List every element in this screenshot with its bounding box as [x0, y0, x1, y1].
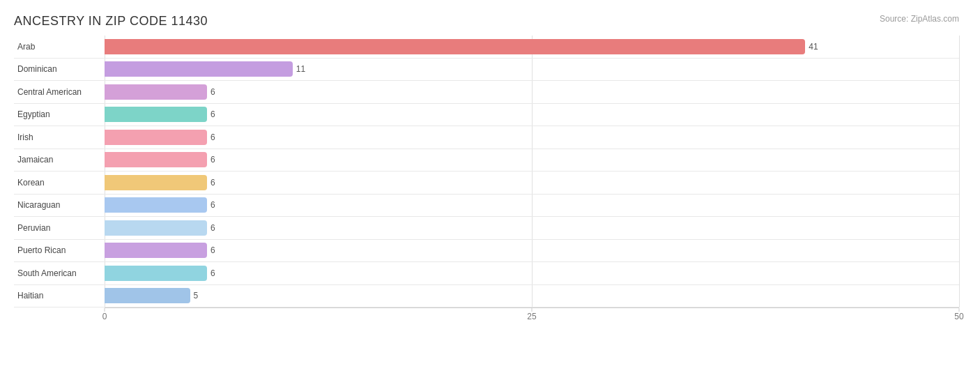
bar-value: 6 [210, 200, 215, 210]
grid-line [959, 36, 960, 307]
bar-label: Dominican [14, 64, 105, 74]
bar-value: 6 [210, 268, 215, 278]
bar-row: Egyptian6 [14, 104, 959, 127]
bar-track: 6 [105, 81, 959, 103]
bar-fill [105, 61, 293, 77]
bar-label: Central American [14, 87, 105, 97]
bar-track: 6 [105, 104, 959, 126]
bar-row: Dominican11 [14, 59, 959, 82]
bar-label: Arab [14, 42, 105, 52]
bar-fill [105, 220, 207, 236]
bar-value: 5 [194, 291, 199, 300]
bar-fill [105, 130, 207, 145]
bar-row: Puerto Rican6 [14, 240, 959, 263]
bar-value: 6 [210, 223, 215, 233]
bar-track: 6 [105, 172, 959, 194]
bar-fill [105, 152, 207, 167]
bar-track: 5 [105, 285, 959, 307]
bar-label: Nicaraguan [14, 200, 105, 210]
bar-row: Peruvian6 [14, 217, 959, 240]
x-tick-label: 50 [954, 312, 963, 321]
bar-fill [105, 107, 207, 122]
bar-track: 6 [105, 149, 959, 172]
chart-title: ANCESTRY IN ZIP CODE 11430 [14, 14, 959, 29]
bar-fill [105, 266, 207, 281]
bar-label: Haitian [14, 291, 105, 300]
bar-fill [105, 288, 190, 303]
bar-label: Jamaican [14, 155, 105, 165]
bar-track: 6 [105, 195, 959, 217]
bars-section: Arab41Dominican11Central American6Egypti… [14, 36, 959, 307]
bar-row: Irish6 [14, 126, 959, 149]
bar-track: 41 [105, 36, 959, 58]
bar-value: 11 [296, 64, 305, 74]
chart-area: Arab41Dominican11Central American6Egypti… [14, 36, 959, 325]
bar-value: 6 [210, 178, 215, 188]
bar-fill [105, 243, 207, 258]
chart-container: ANCESTRY IN ZIP CODE 11430 Source: ZipAt… [0, 0, 980, 373]
bar-value: 6 [210, 132, 215, 142]
bar-row: Korean6 [14, 172, 959, 195]
bar-label: Puerto Rican [14, 245, 105, 255]
bar-fill [105, 197, 207, 213]
bar-label: South American [14, 268, 105, 278]
x-axis: 02550 [105, 307, 959, 325]
bar-label: Irish [14, 132, 105, 142]
bar-value: 6 [210, 245, 215, 255]
bar-track: 6 [105, 126, 959, 149]
bar-row: Arab41 [14, 36, 959, 59]
bar-fill [105, 39, 805, 54]
bar-fill [105, 84, 207, 100]
bar-value: 6 [210, 87, 215, 97]
bar-row: South American6 [14, 262, 959, 285]
bar-track: 11 [105, 59, 959, 81]
bar-row: Central American6 [14, 81, 959, 104]
bar-row: Haitian5 [14, 285, 959, 308]
x-tick-label: 0 [102, 312, 107, 321]
bar-label: Korean [14, 178, 105, 188]
bar-label: Peruvian [14, 223, 105, 233]
bar-row: Nicaraguan6 [14, 195, 959, 218]
bar-value: 6 [210, 109, 215, 119]
bar-label: Egyptian [14, 109, 105, 119]
x-tick-label: 25 [527, 312, 536, 321]
bar-track: 6 [105, 262, 959, 284]
bar-track: 6 [105, 240, 959, 262]
bar-fill [105, 175, 207, 190]
bar-value: 41 [809, 42, 818, 52]
source-label: Source: ZipAtlas.com [880, 14, 959, 24]
bar-value: 6 [210, 155, 215, 165]
bar-track: 6 [105, 217, 959, 239]
bar-row: Jamaican6 [14, 149, 959, 172]
